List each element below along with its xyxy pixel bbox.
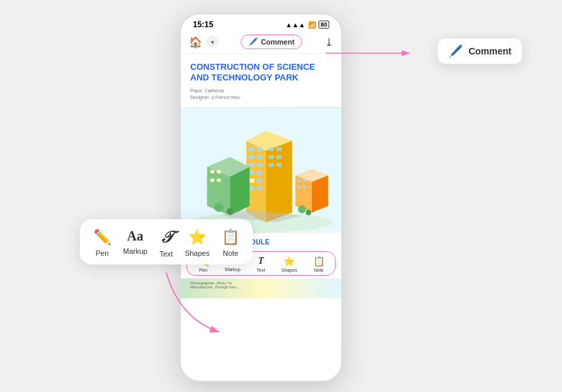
pen-label-phone: Pen — [199, 268, 207, 272]
tool-shapes[interactable]: ⭐ Shapes — [185, 229, 210, 257]
svg-rect-19 — [257, 186, 262, 190]
svg-point-43 — [298, 205, 306, 213]
app-bar: 🏠 ▾ 🖊️ Comment ⤓ — [181, 32, 341, 54]
svg-rect-20 — [269, 147, 274, 151]
svg-rect-23 — [277, 155, 282, 159]
comment-btn-icon: 🖊️ — [248, 37, 258, 47]
text-label: Text — [160, 250, 173, 258]
signal-icon: ▲▲▲ — [285, 21, 305, 29]
doc-title-line2: AND TECHNOLOGY PARK — [190, 72, 332, 83]
floating-toolbar: ✏️ Pen Aa Markup 𝒯 Text ⭐ Shapes 📋 Note — [80, 219, 253, 264]
battery-icon: 80 — [319, 21, 329, 29]
tool-text[interactable]: 𝒯 Text — [160, 229, 173, 258]
status-bar: 15:15 ▲▲▲ 📶 80 — [181, 15, 341, 32]
tool-pen[interactable]: ✏️ Pen — [93, 229, 111, 257]
doc-designer: Designer: a French fries — [190, 94, 332, 102]
svg-marker-6 — [266, 140, 292, 222]
comment-tooltip-icon: 🖊️ — [448, 44, 463, 58]
markup-label-phone: Markup — [225, 267, 240, 272]
svg-rect-14 — [249, 170, 254, 174]
doc-header: CONSTRUCTION OF SCIENCE AND TECHNOLOGY P… — [181, 54, 341, 107]
svg-rect-37 — [303, 179, 306, 181]
text-label-phone: Text — [257, 268, 265, 272]
svg-rect-18 — [249, 186, 254, 190]
svg-rect-24 — [269, 163, 274, 167]
markup-icon: Aa — [127, 229, 143, 244]
building-illustration — [181, 107, 341, 233]
shapes-label-phone: Shapes — [281, 268, 297, 272]
status-time: 15:15 — [193, 20, 213, 29]
shapes-icon-phone: ⭐ — [283, 256, 295, 266]
status-icons: ▲▲▲ 📶 80 — [285, 21, 329, 29]
doc-place: Place: California — [190, 88, 332, 95]
svg-point-41 — [214, 203, 223, 212]
svg-rect-30 — [217, 170, 221, 173]
svg-rect-31 — [210, 178, 214, 181]
svg-rect-36 — [297, 179, 301, 181]
note-icon-phone: 📋 — [313, 256, 325, 266]
svg-point-42 — [227, 208, 233, 215]
svg-rect-32 — [217, 178, 221, 181]
text-icon-phone: T — [258, 256, 264, 266]
svg-rect-29 — [210, 170, 214, 173]
svg-rect-15 — [257, 170, 262, 174]
shapes-icon: ⭐ — [188, 229, 206, 246]
export-icon[interactable]: ⤓ — [325, 36, 333, 49]
doc-title-line1: CONSTRUCTION OF SCIENCE — [190, 62, 332, 72]
note-icon: 📋 — [221, 229, 239, 246]
chevron-icon[interactable]: ▾ — [206, 36, 218, 48]
svg-rect-12 — [249, 163, 254, 167]
svg-rect-16 — [249, 178, 254, 182]
svg-rect-10 — [249, 155, 254, 159]
note-label: Note — [223, 249, 238, 257]
photo-caption2: Manufacture: Zhongli Inox... — [190, 285, 332, 289]
svg-rect-22 — [269, 155, 274, 159]
app-bar-left: 🏠 ▾ — [189, 36, 218, 49]
phone-tool-shapes[interactable]: ⭐ Shapes — [281, 256, 297, 272]
home-icon[interactable]: 🏠 — [189, 36, 202, 49]
tool-markup[interactable]: Aa Markup — [123, 229, 148, 255]
photo-bottom: Photographer: Ricky Yu Manufacture: Zhon… — [181, 278, 341, 298]
tool-note[interactable]: 📋 Note — [221, 229, 239, 257]
pen-icon: ✏️ — [93, 229, 111, 246]
svg-rect-8 — [249, 147, 254, 151]
phone-tool-note[interactable]: 📋 Note — [313, 256, 325, 272]
note-label-phone: Note — [314, 268, 324, 272]
svg-point-44 — [306, 210, 311, 215]
comment-button[interactable]: 🖊️ Comment — [241, 35, 302, 49]
svg-rect-39 — [303, 185, 306, 188]
comment-tooltip: 🖊️ Comment — [438, 39, 522, 64]
comment-btn-label: Comment — [261, 38, 295, 46]
svg-rect-11 — [257, 155, 262, 159]
wifi-icon: 📶 — [308, 21, 316, 29]
pen-label: Pen — [96, 249, 109, 257]
svg-rect-25 — [277, 163, 282, 167]
svg-rect-21 — [277, 147, 282, 151]
phone-frame: 15:15 ▲▲▲ 📶 80 🏠 ▾ 🖊️ Comment ⤓ CONSTRUC… — [180, 13, 343, 382]
phone-tool-text[interactable]: T Text — [257, 256, 265, 272]
doc-title: CONSTRUCTION OF SCIENCE AND TECHNOLOGY P… — [190, 62, 332, 84]
markup-label: Markup — [123, 247, 148, 255]
svg-rect-38 — [297, 185, 301, 188]
svg-marker-34 — [312, 175, 329, 212]
text-icon: 𝒯 — [161, 229, 171, 246]
comment-tooltip-label: Comment — [468, 46, 511, 56]
svg-rect-13 — [257, 163, 262, 167]
doc-meta: Place: California Designer: a French fri… — [190, 88, 332, 102]
shapes-label: Shapes — [185, 249, 210, 257]
svg-rect-9 — [257, 147, 262, 151]
svg-rect-17 — [257, 178, 262, 182]
